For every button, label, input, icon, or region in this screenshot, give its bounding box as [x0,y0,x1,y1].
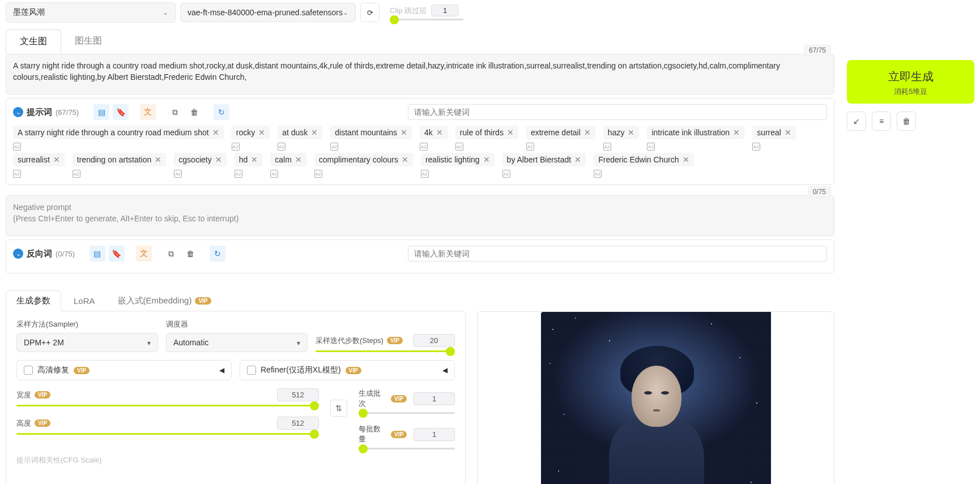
collapse-icon[interactable]: ⌄ [13,249,23,259]
close-icon[interactable]: ✕ [215,155,222,164]
height-slider[interactable] [16,433,319,435]
negative-prompt-textarea[interactable]: Negative prompt (Press Ctrl+Enter to gen… [6,195,834,236]
prompt-tag[interactable]: by Albert Bierstadt✕AZ [502,153,586,166]
ptab-params[interactable]: 生成参数 [6,290,61,311]
delete-icon[interactable]: 🗑 [186,104,202,120]
checkpoint-dropdown[interactable]: 墨莲风潮 ⌄ [6,2,176,23]
close-icon[interactable]: ✕ [295,155,302,164]
az-icon[interactable]: AZ [13,170,21,178]
prompt-tag[interactable]: distant mountains✕AZ [330,126,412,139]
az-icon[interactable]: AZ [420,143,428,151]
copy-icon[interactable]: ⧉ [167,104,183,120]
swap-wh-button[interactable]: ⇅ [330,400,347,417]
vae-dropdown[interactable]: vae-ft-mse-840000-ema-pruned.safetensors… [180,3,356,22]
az-icon[interactable]: AZ [235,170,242,178]
prompt-tag[interactable]: Frederic Edwin Church✕AZ [594,153,693,166]
prompt-tag[interactable]: at dusk✕AZ [278,126,322,139]
batch-size-slider[interactable] [359,448,455,449]
copy-icon[interactable]: ⧉ [163,246,179,262]
prompt-tag[interactable]: trending on artstation✕AZ [73,153,167,166]
az-icon[interactable]: AZ [270,170,278,178]
az-icon[interactable]: AZ [603,143,611,151]
prompt-tag[interactable]: hazy✕AZ [603,126,640,139]
refresh-tags-icon[interactable]: ↻ [214,104,229,120]
close-icon[interactable]: ✕ [574,155,581,164]
close-icon[interactable]: ✕ [507,128,514,137]
prompt-tag[interactable]: surrealist✕AZ [13,153,65,166]
az-icon[interactable]: AZ [330,143,338,151]
neg-tool1-icon[interactable]: ▤ [90,246,105,262]
batch-count-value[interactable]: 1 [414,392,455,405]
ptab-embedding[interactable]: 嵌入式(Embedding) VIP [108,290,221,311]
batch-size-value[interactable]: 1 [414,428,455,441]
az-icon[interactable]: AZ [647,143,655,151]
refresh-tags-icon[interactable]: ↻ [210,246,225,262]
width-value[interactable]: 512 [277,388,319,401]
bookmark-icon[interactable]: 🔖 [113,104,129,120]
az-icon[interactable]: AZ [594,170,602,178]
az-icon[interactable]: AZ [73,170,80,178]
az-icon[interactable]: AZ [13,143,21,151]
generate-button[interactable]: 立即生成 消耗5堆豆 [847,60,974,104]
close-icon[interactable]: ✕ [53,155,60,164]
neg-keyword-input[interactable] [408,246,827,262]
close-icon[interactable]: ✕ [155,155,161,164]
refiner-toggle[interactable]: Refiner(仅适用XL模型) VIP ◀ [240,360,455,380]
close-icon[interactable]: ✕ [402,155,408,164]
collapse-icon[interactable]: ⌄ [13,107,23,117]
scheduler-dropdown[interactable]: Automatic [166,333,308,352]
prompt-textarea[interactable]: A starry night ride through a country ro… [6,54,834,95]
sampler-dropdown[interactable]: DPM++ 2M [16,333,158,352]
az-icon[interactable]: AZ [278,143,286,151]
az-icon[interactable]: AZ [752,143,760,151]
prompt-tag[interactable]: calm✕AZ [270,153,306,166]
prompt-tag[interactable]: extreme detail✕AZ [526,126,595,139]
hires-fix-toggle[interactable]: 高清修复 VIP ◀ [16,360,232,380]
clip-skip-slider[interactable] [390,19,463,20]
close-icon[interactable]: ✕ [251,155,258,164]
close-icon[interactable]: ✕ [628,128,634,137]
az-icon[interactable]: AZ [526,143,534,151]
ptab-lora[interactable]: LoRA [63,290,105,311]
close-icon[interactable]: ✕ [400,128,407,137]
close-icon[interactable]: ✕ [584,128,591,137]
translate-icon[interactable]: 文 [140,104,156,120]
translate-icon[interactable]: 文 [136,246,152,262]
output-image[interactable] [541,312,771,484]
prompt-tag[interactable]: complimentary colours✕AZ [314,153,413,166]
prompt-tag[interactable]: surreal✕AZ [752,126,796,139]
height-value[interactable]: 512 [277,417,319,430]
close-icon[interactable]: ✕ [311,128,318,137]
steps-slider[interactable] [316,350,455,352]
close-icon[interactable]: ✕ [258,128,265,137]
prompt-tag[interactable]: realistic lighting✕AZ [421,153,495,166]
prompt-tag[interactable]: intricate ink illustration✕AZ [647,126,744,139]
prompt-tag[interactable]: 4k✕AZ [420,126,448,139]
close-icon[interactable]: ✕ [733,128,740,137]
tab-txt2img[interactable]: 文生图 [6,29,61,54]
az-icon[interactable]: AZ [421,170,429,178]
batch-count-slider[interactable] [359,412,455,414]
close-icon[interactable]: ✕ [785,128,791,137]
steps-value[interactable]: 20 [413,334,455,347]
close-icon[interactable]: ✕ [483,155,490,164]
az-icon[interactable]: AZ [314,170,322,178]
prompt-tag[interactable]: rocky✕AZ [232,126,270,139]
tab-img2img[interactable]: 图生图 [61,29,116,54]
close-icon[interactable]: ✕ [212,128,219,137]
refresh-button[interactable]: ⟳ [360,3,380,22]
prompt-tag[interactable]: rule of thirds✕AZ [455,126,518,139]
az-icon[interactable]: AZ [174,170,182,178]
az-icon[interactable]: AZ [232,143,240,151]
bookmark-icon[interactable]: 🔖 [109,246,125,262]
width-slider[interactable] [16,405,319,406]
prompt-tag[interactable]: A starry night ride through a country ro… [13,126,224,139]
close-icon[interactable]: ✕ [436,128,443,137]
action-arrow-button[interactable]: ↙ [847,112,866,131]
az-icon[interactable]: AZ [502,170,510,178]
close-icon[interactable]: ✕ [683,155,689,164]
prompt-tag[interactable]: cgsociety✕AZ [174,153,226,166]
action-delete-button[interactable]: 🗑 [897,112,916,131]
keyword-input[interactable] [408,104,827,120]
az-icon[interactable]: AZ [455,143,463,151]
